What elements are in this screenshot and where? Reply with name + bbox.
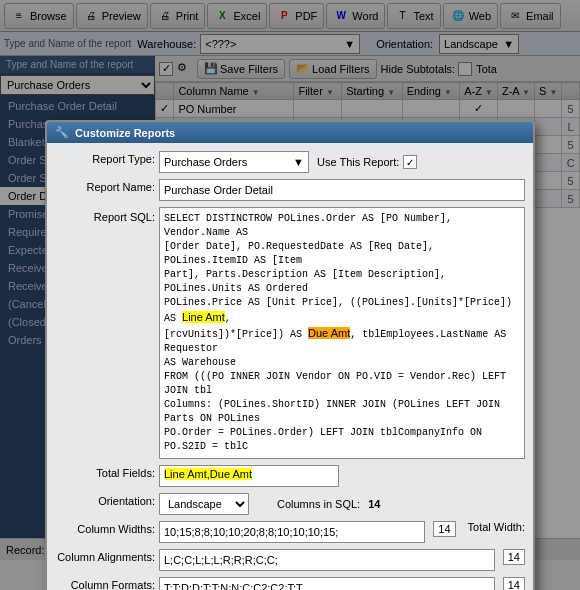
col-formats-input[interactable] (159, 577, 495, 590)
modal-orientation-combo[interactable]: Landscape (159, 493, 249, 515)
modal-orientation-label: Orientation: (55, 493, 155, 507)
report-type-inline: Purchase Orders ▼ Use This Report: ✓ (159, 151, 525, 173)
report-name-label: Report Name: (55, 179, 155, 193)
customize-reports-modal: 🔧 Customize Reports Report Type: Purchas… (45, 120, 535, 590)
report-sql-box[interactable]: SELECT DISTINCTROW POLines.Order AS [PO … (159, 207, 525, 459)
col-formats-row: Column Formats: 14 (55, 577, 525, 590)
col-align-input[interactable] (159, 549, 495, 571)
report-type-arrow: ▼ (293, 156, 304, 168)
col-widths-num: 14 (433, 521, 455, 537)
report-name-input[interactable] (159, 179, 525, 201)
orient-row: Landscape Columns in SQL: 14 (159, 493, 525, 515)
total-fields-label: Total Fields: (55, 465, 155, 479)
col-align-row: Column Alignments: 14 (55, 549, 525, 571)
col-formats-label: Column Formats: (55, 577, 155, 590)
wrench-icon: 🔧 (55, 126, 69, 139)
use-report-checkbox[interactable]: ✓ (403, 155, 417, 169)
report-type-label: Report Type: (55, 151, 155, 165)
total-fields-row: Total Fields: Line Amt,Due Amt (55, 465, 525, 487)
due-amt-highlight: Due Amt (308, 327, 350, 339)
modal-overlay: 🔧 Customize Reports Report Type: Purchas… (0, 0, 580, 590)
report-type-row: Report Type: Purchase Orders ▼ Use This … (55, 151, 525, 173)
columns-in-sql-label: Columns in SQL: (277, 498, 360, 510)
col-align-num: 14 (503, 549, 525, 565)
use-report-group: Use This Report: ✓ (317, 155, 417, 169)
line-amt-highlight: Line Amt (182, 311, 225, 323)
total-fields-value: Line Amt,Due Amt (164, 468, 252, 480)
col-widths-label: Column Widths: (55, 521, 155, 535)
report-sql-label: Report SQL: (55, 207, 155, 223)
modal-body: Report Type: Purchase Orders ▼ Use This … (47, 143, 533, 590)
col-align-label: Column Alignments: (55, 549, 155, 563)
orientation-row: Orientation: Landscape Columns in SQL: 1… (55, 493, 525, 515)
report-name-row: Report Name: (55, 179, 525, 201)
col-formats-num: 14 (503, 577, 525, 590)
col-widths-row: Column Widths: 14 Total Width: (55, 521, 525, 543)
col-widths-input[interactable] (159, 521, 425, 543)
report-type-combo[interactable]: Purchase Orders ▼ (159, 151, 309, 173)
columns-in-sql-value: 14 (368, 498, 380, 510)
total-fields-box[interactable]: Line Amt,Due Amt (159, 465, 339, 487)
report-sql-row: Report SQL: SELECT DISTINCTROW POLines.O… (55, 207, 525, 459)
modal-title-bar: 🔧 Customize Reports (47, 122, 533, 143)
total-width-label: Total Width: (468, 521, 525, 533)
